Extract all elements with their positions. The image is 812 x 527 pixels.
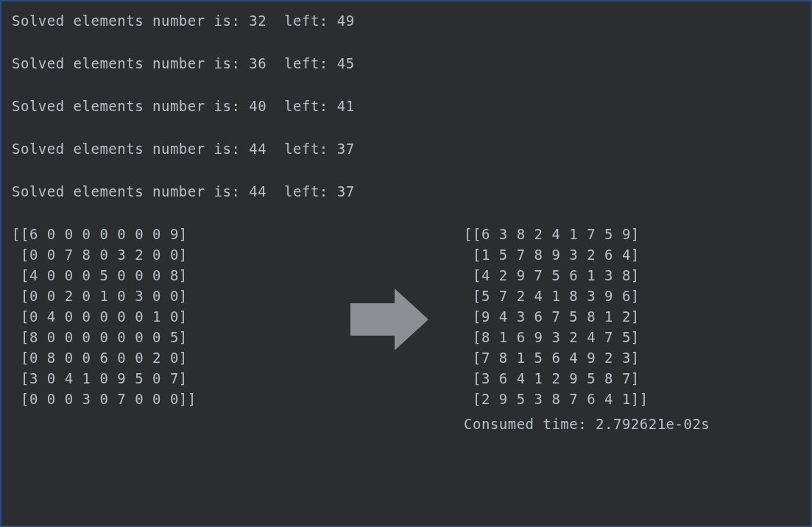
output-matrix: [[6 3 8 2 4 1 7 5 9] [1 5 7 8 9 3 2 6 4]… — [464, 224, 649, 409]
progress-text: Solved elements number is: 32 left: 49 — [12, 13, 355, 29]
terminal-output: Solved elements number is: 32 left: 49 S… — [0, 0, 812, 527]
progress-text: Solved elements number is: 44 left: 37 — [12, 141, 355, 157]
progress-line-0: Solved elements number is: 32 left: 49 — [12, 10, 811, 31]
consumed-time: Consumed time: 2.792621e-02s — [464, 414, 710, 434]
progress-line-1: Solved elements number is: 36 left: 45 — [12, 53, 811, 74]
progress-text: Solved elements number is: 40 left: 41 — [12, 98, 355, 114]
progress-line-4: Solved elements number is: 44 left: 37 — [12, 181, 811, 202]
progress-line-2: Solved elements number is: 40 left: 41 — [12, 96, 811, 116]
progress-text: Solved elements number is: 36 left: 45 — [12, 55, 355, 71]
progress-text: Solved elements number is: 44 left: 37 — [12, 183, 355, 199]
input-matrix: [[6 0 0 0 0 0 0 0 9] [0 0 7 8 0 3 2 0 0]… — [12, 224, 197, 409]
arrow-right-icon — [350, 286, 431, 353]
progress-line-3: Solved elements number is: 44 left: 37 — [12, 138, 811, 159]
matrix-comparison: [[6 0 0 0 0 0 0 0 9] [0 0 7 8 0 3 2 0 0]… — [12, 224, 811, 452]
